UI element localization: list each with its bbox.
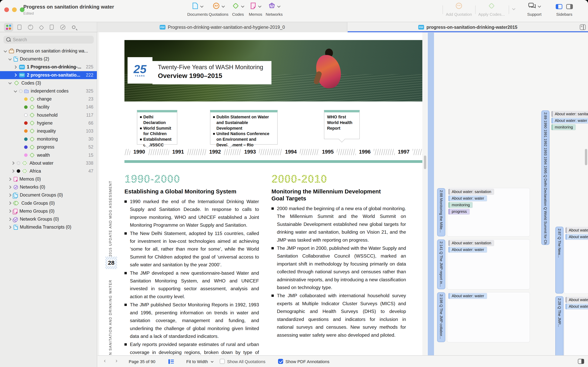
tab-document-2-active[interactable]: PDF progress-on-sanitation-drinking-wate… bbox=[348, 22, 588, 32]
tree-item-code-wealth[interactable]: wealth15 bbox=[0, 151, 97, 159]
chevron-down-icon[interactable] bbox=[538, 4, 541, 8]
quotation-bar[interactable]: 2:88 Monitoring the Mille... bbox=[437, 188, 445, 236]
split-view-icon[interactable] bbox=[580, 25, 586, 30]
chevron-right-icon[interactable] bbox=[8, 217, 11, 221]
chevron-right-icon[interactable] bbox=[8, 193, 11, 197]
chevron-down-icon[interactable] bbox=[4, 49, 7, 52]
code-label[interactable]: About water: water bbox=[448, 293, 487, 299]
quotations-tab-icon[interactable] bbox=[28, 25, 33, 30]
code-label[interactable]: progress bbox=[448, 209, 470, 214]
thumbnails-icon[interactable] bbox=[168, 359, 174, 364]
tree-item-code-africa[interactable]: Africa47 bbox=[0, 167, 97, 175]
search-input[interactable] bbox=[13, 37, 87, 42]
code-label[interactable]: About water: water bbox=[448, 196, 487, 201]
code-label[interactable]: About water: sanitation bbox=[565, 227, 588, 233]
code-label[interactable]: About water: water bbox=[565, 234, 588, 240]
tab-document-1[interactable]: PDF Progress-on-drinking-water-sanitatio… bbox=[98, 22, 347, 32]
networks-tab-icon[interactable] bbox=[60, 25, 65, 30]
code-diamond-icon bbox=[14, 81, 19, 85]
left-sidebar-icon[interactable] bbox=[556, 4, 562, 9]
tree-item-code-inequality[interactable]: inequality103 bbox=[0, 127, 97, 135]
pdf-scrollbar-thumb[interactable] bbox=[424, 156, 426, 169]
chevron-down-icon[interactable] bbox=[8, 81, 12, 84]
quotation-bar[interactable]: 2:141 Q The JMP report in... bbox=[437, 240, 445, 289]
tree-item-documents[interactable]: Documents (2) bbox=[0, 55, 97, 63]
pdf-file-icon: PDF bbox=[160, 25, 166, 30]
code-label[interactable]: About water: sanitation bbox=[565, 297, 588, 303]
tree-item-code-monitoring[interactable]: monitoring30 bbox=[0, 135, 97, 143]
project-explorer-sidebar: Progress on sanitation drinking wa... Do… bbox=[0, 32, 97, 367]
sidebars-toggle[interactable]: Sidebars bbox=[552, 2, 576, 17]
tree-item-code-about-water[interactable]: About water338 bbox=[0, 159, 97, 167]
minimize-window-button[interactable] bbox=[12, 7, 17, 12]
tree-item-multimedia-transcripts[interactable]: Multimedia Transcripts (0) bbox=[0, 223, 97, 231]
tree-item-code-groups[interactable]: Code Groups (0) bbox=[0, 199, 97, 207]
previous-page-button[interactable]: ‹ bbox=[104, 357, 106, 364]
tree-item-document-2-selected[interactable]: 2 progress-on-sanitatio...222 bbox=[0, 71, 97, 79]
quotation-bar[interactable]: 2:198 Q The JMP collabor... bbox=[437, 292, 445, 342]
search-tab-icon[interactable] bbox=[72, 25, 76, 29]
chevron-right-icon[interactable] bbox=[8, 185, 11, 189]
page-indicator[interactable]: Page 35 of 90 bbox=[129, 359, 155, 364]
documents-tab-icon[interactable] bbox=[17, 25, 21, 30]
tree-item-code-progress[interactable]: progress52 bbox=[0, 143, 97, 151]
quotation-bar[interactable]: 2:87 Q The New... bbox=[555, 227, 563, 293]
support-button[interactable]: Support bbox=[523, 2, 546, 17]
code-label[interactable]: About water: sanitation bbox=[551, 111, 588, 117]
memos-tab-icon[interactable] bbox=[50, 25, 54, 30]
code-color-dot bbox=[17, 169, 20, 173]
right-sidebar-icon[interactable] bbox=[566, 4, 573, 9]
code-label[interactable]: About water: water bbox=[448, 247, 487, 252]
project-explorer-tab-icon[interactable] bbox=[4, 23, 13, 32]
chevron-right-icon[interactable] bbox=[14, 65, 17, 69]
right-sidebar-toggle-icon[interactable] bbox=[578, 359, 584, 364]
next-page-button[interactable]: › bbox=[116, 357, 118, 364]
tree-item-codes[interactable]: Codes (3) bbox=[0, 79, 97, 87]
tree-item-code-hygiene[interactable]: hygiene66 bbox=[0, 119, 97, 127]
chevron-down-icon[interactable] bbox=[211, 360, 213, 363]
add-quotation-button[interactable]: Add Quotation bbox=[444, 2, 474, 17]
tree-item-memos[interactable]: Memos (0) bbox=[0, 175, 97, 183]
codes-tab-icon[interactable] bbox=[39, 25, 44, 30]
tree-item-code-household[interactable]: household117 bbox=[0, 111, 97, 119]
chevron-down-icon[interactable] bbox=[8, 57, 12, 60]
chevron-right-icon[interactable] bbox=[8, 209, 11, 213]
chevron-down-icon[interactable] bbox=[512, 7, 515, 10]
close-window-button[interactable] bbox=[4, 7, 9, 12]
code-label[interactable]: monitoring bbox=[551, 125, 576, 130]
margin-scrollbar-thumb[interactable] bbox=[585, 149, 587, 165]
chevron-right-icon[interactable] bbox=[14, 74, 17, 77]
pdf-viewer[interactable]: 25 YEARS Twenty-Five Years of WASH Monit… bbox=[98, 32, 427, 355]
tree-item-network-groups[interactable]: Network Groups (0) bbox=[0, 215, 97, 223]
chevron-down-icon[interactable] bbox=[277, 4, 281, 8]
tree-item-document-groups[interactable]: Document Groups (0) bbox=[0, 191, 97, 199]
zoom-mode-select[interactable]: Fit to Width bbox=[186, 359, 208, 364]
code-label[interactable]: About water: sanitation bbox=[448, 189, 494, 195]
networks-button[interactable]: Networks bbox=[260, 2, 289, 17]
chevron-down-icon[interactable] bbox=[14, 89, 17, 92]
quotation-bar[interactable]: 2:28 Q The JMP... bbox=[555, 296, 563, 355]
tree-item-document-1[interactable]: 1 Progress-on-drinking-...225 bbox=[0, 63, 97, 71]
chevron-down-icon[interactable] bbox=[200, 4, 204, 8]
tree-item-networks[interactable]: Networks (0) bbox=[0, 183, 97, 191]
code-label[interactable]: About water: sanitation bbox=[448, 240, 494, 246]
code-label[interactable]: About water: water bbox=[565, 304, 588, 309]
tree-item-code-facility[interactable]: facility146 bbox=[0, 103, 97, 111]
code-label[interactable]: About water: water bbox=[551, 118, 588, 124]
tree-item-project[interactable]: Progress on sanitation drinking wa... bbox=[0, 47, 97, 55]
code-label[interactable]: monitoring bbox=[448, 202, 472, 208]
show-all-quotations-checkbox[interactable] bbox=[220, 359, 225, 364]
quotation-bar[interactable]: 2:89 1990 1991 1992 1993 1994 1995 Q Del… bbox=[541, 110, 549, 245]
chevron-right-icon[interactable] bbox=[11, 162, 15, 165]
tree-item-independent-codes[interactable]: independent codes325 bbox=[0, 87, 97, 95]
chevron-right-icon[interactable] bbox=[8, 201, 11, 205]
network-group-icon bbox=[14, 217, 18, 221]
chevron-right-icon[interactable] bbox=[11, 169, 15, 173]
tree-item-memo-groups[interactable]: Memo Groups (0) bbox=[0, 207, 97, 215]
chevron-right-icon[interactable] bbox=[8, 177, 11, 181]
search-field[interactable] bbox=[3, 36, 94, 43]
apply-codes-button[interactable]: Apply Codes... bbox=[476, 2, 507, 17]
chevron-right-icon[interactable] bbox=[8, 225, 11, 229]
tree-item-code-change[interactable]: change23 bbox=[0, 95, 97, 103]
show-pdf-annotations-checkbox[interactable] bbox=[278, 359, 283, 364]
